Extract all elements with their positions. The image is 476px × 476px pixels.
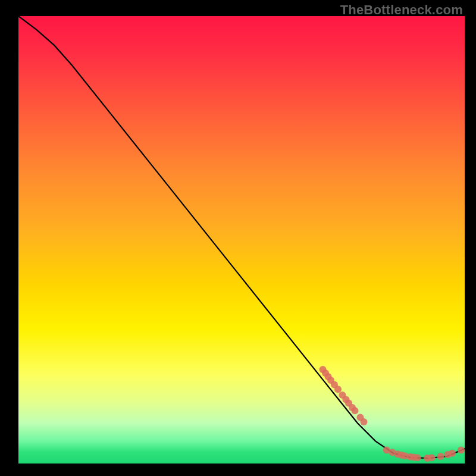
- data-marker: [398, 452, 405, 459]
- data-marker: [449, 450, 456, 457]
- data-marker: [349, 404, 356, 411]
- bottleneck-curve-path: [18, 16, 465, 458]
- data-marker: [389, 449, 396, 456]
- data-marker: [325, 373, 332, 380]
- chart-svg: [18, 16, 465, 464]
- plot-area: [18, 16, 465, 464]
- data-marker: [322, 369, 329, 377]
- data-marker: [428, 454, 436, 461]
- data-marker: [444, 451, 452, 458]
- data-marker: [334, 386, 342, 393]
- data-marker: [411, 454, 418, 461]
- data-marker: [424, 455, 431, 462]
- data-marker: [394, 450, 402, 458]
- data-marker: [402, 452, 409, 459]
- chart-container: TheBottleneck.com: [0, 0, 476, 476]
- data-marker: [458, 446, 465, 453]
- data-marker: [352, 407, 359, 414]
- marker-layer: [320, 366, 465, 462]
- data-marker: [331, 381, 338, 389]
- data-marker: [345, 400, 352, 407]
- data-marker: [414, 454, 421, 461]
- data-marker: [383, 446, 390, 453]
- data-marker: [437, 453, 444, 460]
- data-marker: [357, 414, 364, 421]
- data-marker: [361, 418, 368, 425]
- data-marker: [407, 453, 414, 461]
- data-marker: [327, 377, 334, 384]
- data-marker: [339, 392, 346, 399]
- data-marker: [320, 366, 327, 373]
- data-marker: [343, 396, 350, 403]
